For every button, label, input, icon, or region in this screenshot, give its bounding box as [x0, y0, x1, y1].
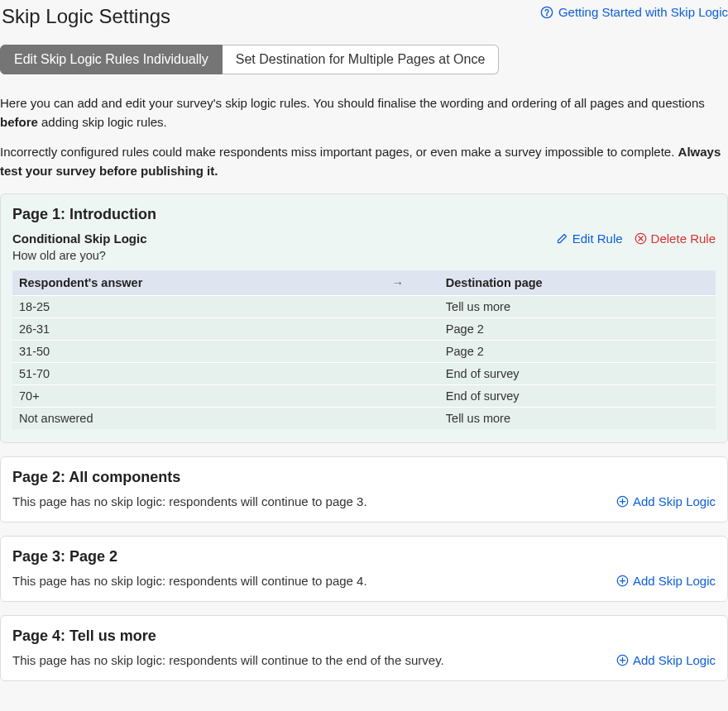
tab-edit-individually[interactable]: Edit Skip Logic Rules Individually	[0, 45, 223, 74]
page-1-title: Page 1: Introduction	[12, 206, 716, 223]
cell-destination: Page 2	[439, 318, 716, 341]
cell-arrow	[357, 318, 439, 341]
no-logic-text: This page has no skip logic: respondents…	[12, 653, 444, 667]
table-row: Not answeredTell us more	[12, 408, 716, 430]
edit-rule-button[interactable]: Edit Rule	[556, 231, 623, 246]
cell-arrow	[357, 385, 439, 408]
table-row: 70+End of survey	[12, 385, 716, 408]
page-card-4: Page 4: Tell us more This page has no sk…	[0, 615, 728, 681]
page-card-2: Page 2: All components This page has no …	[0, 456, 728, 523]
edit-icon	[556, 232, 568, 245]
add-skip-logic-button[interactable]: Add Skip Logic	[616, 653, 716, 667]
rule-question: How old are you?	[12, 249, 716, 262]
table-row: 31-50Page 2	[12, 341, 716, 363]
col-arrow: →	[357, 270, 439, 296]
add-skip-logic-label: Add Skip Logic	[633, 653, 716, 667]
delete-rule-button[interactable]: Delete Rule	[635, 231, 716, 246]
help-link-label: Getting Started with Skip Logic	[558, 5, 728, 19]
table-row: 18-25Tell us more	[12, 296, 716, 318]
help-link[interactable]: Getting Started with Skip Logic	[540, 5, 728, 19]
cell-arrow	[357, 341, 439, 363]
svg-point-0	[541, 7, 552, 17]
plus-circle-icon	[616, 575, 629, 587]
cell-destination: Tell us more	[439, 296, 716, 318]
cell-destination: Tell us more	[439, 408, 716, 430]
col-destination: Destination page	[439, 270, 716, 296]
help-circle-icon	[540, 6, 553, 19]
plus-circle-icon	[616, 495, 629, 508]
rules-table: Respondent's answer → Destination page 1…	[12, 270, 716, 429]
tab-set-multiple[interactable]: Set Destination for Multiple Pages at On…	[223, 45, 500, 74]
edit-rule-label: Edit Rule	[572, 231, 623, 246]
tab-row: Edit Skip Logic Rules Individually Set D…	[0, 45, 728, 74]
intro-text: Here you can add and edit your survey's …	[0, 94, 728, 180]
page-card-3: Page 3: Page 2 This page has no skip log…	[0, 536, 728, 602]
table-row: 26-31Page 2	[12, 318, 716, 341]
intro-p2-pre: Incorrectly configured rules could make …	[0, 145, 678, 159]
page-3-title: Page 3: Page 2	[12, 548, 716, 565]
cell-arrow	[357, 408, 439, 430]
cell-destination: Page 2	[439, 341, 716, 363]
delete-rule-label: Delete Rule	[651, 231, 716, 246]
no-logic-text: This page has no skip logic: respondents…	[12, 494, 367, 508]
add-skip-logic-label: Add Skip Logic	[633, 574, 716, 588]
page-card-1: Page 1: Introduction Conditional Skip Lo…	[0, 193, 728, 443]
intro-p1-bold: before	[0, 115, 38, 129]
col-answer: Respondent's answer	[12, 270, 357, 296]
rule-type-label: Conditional Skip Logic	[12, 231, 147, 246]
cell-answer: 26-31	[12, 318, 357, 341]
intro-p1-pre: Here you can add and edit your survey's …	[0, 96, 705, 110]
cell-answer: 51-70	[12, 363, 357, 385]
add-skip-logic-label: Add Skip Logic	[633, 494, 716, 508]
add-skip-logic-button[interactable]: Add Skip Logic	[616, 494, 716, 508]
table-row: 51-70End of survey	[12, 363, 716, 385]
cell-arrow	[357, 363, 439, 385]
cell-destination: End of survey	[439, 385, 716, 408]
cell-destination: End of survey	[439, 363, 716, 385]
page-title: Skip Logic Settings	[0, 5, 170, 28]
cell-answer: 31-50	[12, 341, 357, 363]
plus-circle-icon	[616, 654, 629, 666]
cell-answer: 18-25	[12, 296, 357, 318]
cell-answer: 70+	[12, 385, 357, 408]
cell-answer: Not answered	[12, 408, 357, 430]
page-4-title: Page 4: Tell us more	[12, 627, 716, 645]
no-logic-text: This page has no skip logic: respondents…	[12, 574, 367, 588]
intro-p1-post: adding skip logic rules.	[38, 115, 167, 129]
add-skip-logic-button[interactable]: Add Skip Logic	[616, 574, 716, 588]
page-2-title: Page 2: All components	[12, 469, 716, 486]
delete-icon	[635, 232, 647, 245]
cell-arrow	[357, 296, 439, 318]
svg-point-1	[546, 14, 547, 15]
